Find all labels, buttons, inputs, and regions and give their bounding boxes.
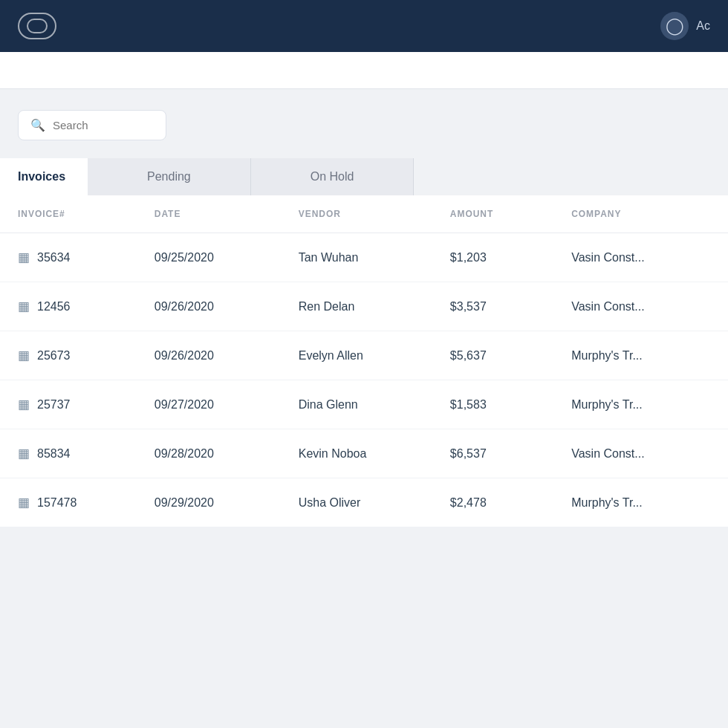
table-row[interactable]: ▦3563409/25/2020Tan Wuhan$1,203Vasin Con… [0, 233, 728, 282]
cell-date-2: 09/26/2020 [137, 331, 281, 380]
cell-invoice-4: ▦85834 [0, 429, 137, 478]
cell-date-0: 09/25/2020 [137, 233, 281, 282]
tab-invoices-partial[interactable]: Invoices [0, 158, 88, 195]
cell-invoice-3: ▦25737 [0, 380, 137, 429]
file-icon: ▦ [18, 495, 30, 510]
file-icon: ▦ [18, 299, 30, 314]
invoice-table-wrapper: INVOICE# DATE VENDOR AMOUNT COMPANY ▦356… [0, 195, 728, 527]
avatar-icon: ◯ [666, 16, 684, 36]
cell-company-1: Vasin Const... [553, 282, 728, 331]
cell-invoice-5: ▦157478 [0, 478, 137, 527]
cell-vendor-4: Kevin Noboa [281, 429, 432, 478]
col-header-invoice: INVOICE# [0, 195, 137, 233]
table-row[interactable]: ▦8583409/28/2020Kevin Noboa$6,537Vasin C… [0, 429, 728, 478]
table-body: ▦3563409/25/2020Tan Wuhan$1,203Vasin Con… [0, 233, 728, 527]
table-header: INVOICE# DATE VENDOR AMOUNT COMPANY [0, 195, 728, 233]
cell-amount-3: $1,583 [432, 380, 553, 429]
cell-date-5: 09/29/2020 [137, 478, 281, 527]
col-header-company: COMPANY [553, 195, 728, 233]
username-label: Ac [696, 19, 710, 33]
col-header-amount: AMOUNT [432, 195, 553, 233]
file-icon: ▦ [18, 250, 30, 265]
subnav [0, 52, 728, 89]
avatar[interactable]: ◯ [660, 12, 689, 40]
tab-on-hold[interactable]: On Hold [251, 158, 415, 195]
cell-amount-1: $3,537 [432, 282, 553, 331]
cell-date-1: 09/26/2020 [137, 282, 281, 331]
navbar: ◯ Ac [0, 0, 728, 52]
cell-company-0: Vasin Const... [553, 233, 728, 282]
table-row[interactable]: ▦2567309/26/2020Evelyn Allen$5,637Murphy… [0, 331, 728, 380]
cell-amount-0: $1,203 [432, 233, 553, 282]
file-icon: ▦ [18, 446, 30, 461]
invoice-number: 25737 [37, 398, 71, 412]
table-row[interactable]: ▦15747809/29/2020Usha Oliver$2,478Murphy… [0, 478, 728, 527]
invoice-number: 25673 [37, 349, 71, 363]
cell-company-2: Murphy's Tr... [553, 331, 728, 380]
invoice-number: 85834 [37, 447, 71, 461]
cell-vendor-0: Tan Wuhan [281, 233, 432, 282]
search-container: 🔍 [0, 110, 728, 140]
cell-vendor-2: Evelyn Allen [281, 331, 432, 380]
file-icon: ▦ [18, 348, 30, 363]
search-box[interactable]: 🔍 [18, 110, 166, 140]
tab-pending[interactable]: Pending [88, 158, 251, 195]
cell-invoice-0: ▦35634 [0, 233, 137, 282]
invoice-number: 12456 [37, 300, 71, 313]
cell-amount-4: $6,537 [432, 429, 553, 478]
table-row[interactable]: ▦1245609/26/2020Ren Delan$3,537Vasin Con… [0, 282, 728, 331]
cell-company-5: Murphy's Tr... [553, 478, 728, 527]
content-area: 🔍 Invoices Pending On Hold INVOICE# DATE… [0, 89, 728, 527]
col-header-vendor: VENDOR [281, 195, 432, 233]
file-icon: ▦ [18, 397, 30, 412]
cell-invoice-2: ▦25673 [0, 331, 137, 380]
col-header-date: DATE [137, 195, 281, 233]
cell-company-4: Vasin Const... [553, 429, 728, 478]
invoice-number: 157478 [37, 496, 77, 510]
cell-amount-2: $5,637 [432, 331, 553, 380]
navbar-right: ◯ Ac [660, 12, 710, 40]
cell-company-3: Murphy's Tr... [553, 380, 728, 429]
table-row[interactable]: ▦2573709/27/2020Dina Glenn$1,583Murphy's… [0, 380, 728, 429]
tab-bar: Invoices Pending On Hold [0, 158, 728, 195]
cell-date-3: 09/27/2020 [137, 380, 281, 429]
search-input[interactable] [53, 119, 142, 131]
cell-amount-5: $2,478 [432, 478, 553, 527]
cell-invoice-1: ▦12456 [0, 282, 137, 331]
cell-vendor-3: Dina Glenn [281, 380, 432, 429]
invoice-table: INVOICE# DATE VENDOR AMOUNT COMPANY ▦356… [0, 195, 728, 527]
search-icon: 🔍 [30, 118, 45, 132]
cell-date-4: 09/28/2020 [137, 429, 281, 478]
logo[interactable] [18, 13, 56, 39]
logo-inner [27, 19, 48, 33]
cell-vendor-1: Ren Delan [281, 282, 432, 331]
invoice-number: 35634 [37, 251, 71, 264]
cell-vendor-5: Usha Oliver [281, 478, 432, 527]
